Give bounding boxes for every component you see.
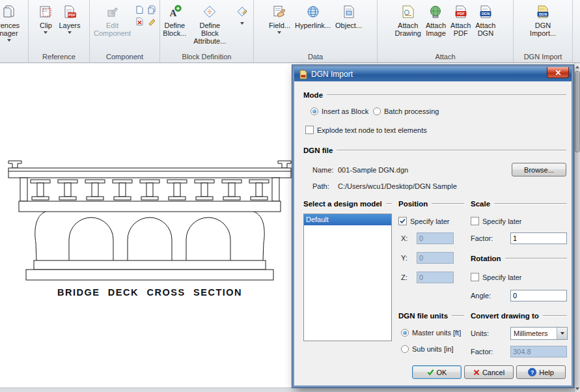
z-input[interactable] [417, 272, 454, 283]
attach-drawing-label: Attach Drawing [395, 21, 421, 37]
attach-pdf-button[interactable]: PDF Attach PDF [449, 2, 473, 37]
component-aux-button-3[interactable] [133, 16, 145, 27]
attach-image-button[interactable]: Attach Image [424, 2, 448, 37]
chevron-down-icon [68, 31, 72, 36]
component-aux-button-4[interactable] [146, 16, 158, 27]
scale-specify-later-checkbox[interactable]: Specify later [471, 217, 522, 225]
explode-text-checkbox[interactable]: Explode text node to text elements [305, 126, 427, 134]
attach-dgn-icon: DGN [477, 3, 494, 20]
attach-image-icon [427, 3, 444, 20]
attach-drawing-button[interactable]: Attach Drawing [393, 2, 423, 37]
name-label: Name: [312, 166, 333, 175]
chevron-down-icon [277, 31, 281, 36]
block-attributes-menu-icon [234, 3, 251, 20]
define-block-label: Define Block... [163, 21, 186, 37]
dgn-file-name-value: 001-Sample DGN.dgn [338, 166, 408, 175]
edit-component-button[interactable]: Edit Component [92, 2, 133, 37]
drawing-caption: BRIDGE DECK CROSS SECTION [57, 287, 242, 298]
dgn-import-button[interactable]: DGN DGN Import... [528, 2, 558, 37]
application-window: rences nager Clip PDF [0, 0, 580, 392]
insert-as-block-radio[interactable]: Insert as Block [311, 107, 368, 115]
layers-button[interactable]: PDF Layers [57, 2, 82, 36]
help-button[interactable]: ? Help [516, 365, 566, 379]
radio-icon [373, 107, 381, 115]
layers-label: Layers [59, 21, 80, 29]
component-aux-button-2[interactable] [146, 4, 158, 15]
rotation-specify-later-checkbox[interactable]: Specify later [471, 273, 522, 281]
ribbon-group-label: Data [254, 52, 377, 63]
checkbox-icon [471, 217, 479, 225]
angle-input[interactable] [510, 290, 567, 301]
dialog-body: Mode Insert as Block Batch processing Ex… [294, 81, 572, 385]
dialog-title: DGN Import [311, 70, 353, 79]
object-label: Object... [335, 21, 362, 29]
dgn-import-icon: DGN [534, 3, 551, 20]
triangle-down-icon [575, 387, 579, 392]
scroll-up-button[interactable] [575, 63, 580, 70]
convert-drawing-to-header: Convert drawing to [471, 312, 567, 320]
ribbon-group-label: DGN Import [514, 52, 572, 63]
edit-component-icon [104, 3, 121, 20]
field-button[interactable]: Field... [267, 2, 292, 36]
dgn-badge-text: DGN [539, 12, 547, 16]
scrollbar-thumb[interactable] [575, 71, 580, 152]
references-manager-button[interactable]: rences nager [0, 2, 21, 44]
path-label: Path: [312, 182, 329, 191]
y-input[interactable] [417, 252, 454, 264]
angle-label: Angle: [471, 292, 491, 300]
batch-processing-radio[interactable]: Batch processing [373, 107, 439, 115]
component-aux-buttons [133, 4, 158, 27]
ribbon-group-data: Field... Hyperlink... Object... Data [254, 0, 378, 63]
chevron-down-icon [44, 31, 48, 36]
scroll-down-button[interactable] [575, 385, 580, 392]
scale-header: Scale [471, 200, 567, 208]
define-block-attribute-label: Define Block Attribute... [191, 21, 229, 45]
ok-check-icon [427, 369, 434, 376]
radio-selected-icon [401, 329, 409, 337]
scale-factor-label: Factor: [471, 234, 493, 243]
define-block-attribute-button[interactable]: Define Block Attribute... [189, 2, 231, 45]
ribbon-group-label [0, 52, 28, 63]
scale-factor-input[interactable] [510, 232, 567, 244]
y-label: Y: [401, 254, 407, 262]
field-hand-icon [271, 3, 288, 20]
position-specify-later-checkbox[interactable]: Specify later [398, 217, 450, 225]
clip-button[interactable]: Clip [35, 2, 56, 36]
dialog-titlebar[interactable]: DGN Import [294, 67, 572, 81]
convert-factor-input[interactable] [510, 346, 567, 357]
position-header: Position [398, 200, 464, 208]
vertical-scrollbar[interactable] [574, 63, 580, 392]
sub-units-radio[interactable]: Sub units [in] [401, 345, 454, 353]
block-attributes-menu-button[interactable] [232, 2, 252, 27]
attach-image-label: Attach Image [426, 21, 446, 37]
ribbon-group-label: Component [90, 52, 159, 63]
define-block-button[interactable]: A Define Block... [161, 2, 188, 37]
design-model-listbox[interactable]: Default [303, 214, 392, 341]
ribbon-group-dgn-import: DGN DGN Import... DGN Import [514, 0, 573, 63]
ribbon-group-block-definition: A Define Block... Define Block Attribute… [160, 0, 254, 63]
dropdown-arrow-button[interactable] [557, 328, 567, 339]
edit-component-label: Edit Component [94, 21, 131, 37]
units-dropdown[interactable]: Millimeters [510, 327, 568, 340]
attach-dgn-button[interactable]: DGN Attach DGN [473, 2, 497, 37]
component-aux-button-1[interactable] [133, 4, 145, 15]
pdf-badge-text: PDF [68, 13, 76, 17]
define-block-attribute-icon [201, 3, 218, 20]
object-button[interactable]: Object... [333, 2, 364, 29]
list-item-default[interactable]: Default [304, 214, 391, 225]
chevron-down-icon [7, 39, 11, 44]
browse-button[interactable]: Browse... [512, 163, 566, 176]
help-icon: ? [528, 368, 536, 376]
hyperlink-button[interactable]: Hyperlink... [293, 2, 333, 29]
convert-factor-label: Factor: [471, 348, 493, 356]
dgn-file-header: DGN file [303, 147, 566, 154]
ok-button[interactable]: OK [412, 365, 462, 379]
x-input[interactable] [417, 232, 454, 244]
master-units-radio[interactable]: Master units [ft] [401, 329, 461, 337]
pencil-icon [147, 17, 156, 26]
field-label: Field... [269, 21, 290, 29]
close-button[interactable] [547, 67, 569, 78]
dialog-dgn-icon [298, 70, 308, 79]
cancel-button[interactable]: Cancel [464, 365, 514, 379]
mode-header: Mode [303, 91, 566, 99]
